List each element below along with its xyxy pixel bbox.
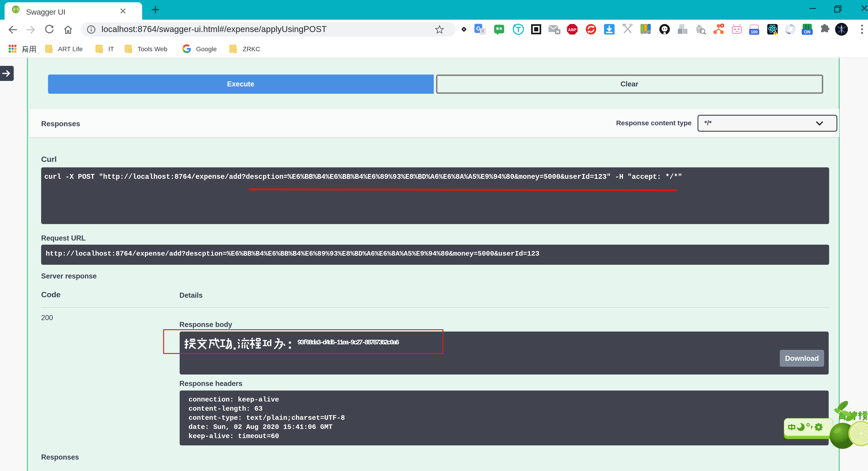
svg-text:ABP: ABP [568, 28, 577, 32]
svg-text:ON: ON [804, 29, 811, 34]
svg-text:!: ! [775, 31, 776, 35]
svg-text:100: 100 [751, 30, 757, 34]
